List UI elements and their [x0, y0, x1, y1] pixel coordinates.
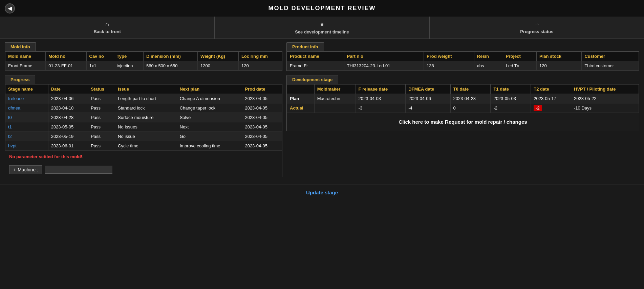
dfmea-header: DFMEA date	[406, 85, 450, 94]
mold-name-header: Mold name	[5, 52, 46, 61]
progress-cell-0-1: Pass	[88, 94, 115, 103]
progress-row-0: frelease2023-04-06PassLength part to sho…	[5, 94, 282, 103]
mold-info-table-wrap: Mold name Mold no Cav no Type Dimension …	[5, 51, 282, 71]
t2-header: T2 date	[531, 85, 571, 94]
dev-stage-table-wrap: Moldmaker F release date DFMEA date T0 d…	[286, 84, 639, 131]
t0-header: T0 date	[450, 85, 491, 94]
progress-stage-3[interactable]: t1	[5, 122, 48, 132]
page-header: ◀ MOLD DEVELOPMENT REVIEW	[0, 0, 644, 17]
machine-input[interactable]	[45, 166, 112, 174]
progress-cell-4-2: No issue	[115, 132, 177, 141]
mold-info-cell-5: 1200	[198, 61, 239, 71]
progress-row-5: hvpt2023-06-01PassCycle timeImprove cool…	[5, 141, 282, 151]
progress-stage-4[interactable]: t2	[5, 132, 48, 141]
mold-no-header: Mold no	[46, 52, 86, 61]
update-stage-button[interactable]: Update stage	[306, 190, 338, 195]
dev-actual-cell-3: -4	[406, 103, 450, 113]
progress-cell-0-4: 2023-04-05	[242, 94, 282, 103]
progress-stage-5[interactable]: hvpt	[5, 141, 48, 151]
mold-info-cell-2: 1x1	[86, 61, 114, 71]
machine-row: + Machine :	[5, 163, 282, 177]
nav-back-to-front[interactable]: ⌂ Back to front	[0, 17, 215, 39]
back-button[interactable]: ◀	[5, 3, 15, 14]
machine-add-button[interactable]: + Machine :	[9, 165, 42, 174]
row-type-header	[287, 85, 315, 94]
progress-cell-5-1: Pass	[88, 141, 115, 151]
dev-plan-cell-7: 2023-05-22	[571, 94, 639, 103]
next-plan-header: Next plan	[177, 85, 242, 94]
t1-header: T1 date	[491, 85, 531, 94]
progress-stage-1[interactable]: dfmea	[5, 103, 48, 113]
progress-cell-1-4: 2023-04-05	[242, 103, 282, 113]
product-info-table-wrap: Product name Part n o Prod weight Resin …	[286, 51, 639, 71]
progress-cell-4-3: Go	[177, 132, 242, 141]
dev-plan-cell-6: 2023-05-17	[531, 94, 571, 103]
f-release-header: F release date	[356, 85, 406, 94]
dev-stage-label: Development stage	[286, 75, 338, 84]
product-info-cell-0: Frame Fr	[287, 61, 344, 71]
issue-header: Issue	[115, 85, 177, 94]
plus-icon: +	[13, 167, 16, 172]
dev-plan-cell-4: 2023-04-28	[450, 94, 491, 103]
nav-bar: ⌂ Back to front ★ See development timeli…	[0, 17, 644, 39]
progress-cell-5-2: Cycle time	[115, 141, 177, 151]
progress-cell-2-0: 2023-04-28	[48, 113, 88, 122]
hvpt-header: HVPT / Piloting date	[571, 85, 639, 94]
status-header: Status	[88, 85, 115, 94]
progress-cell-1-2: Standard lock	[115, 103, 177, 113]
progress-cell-1-0: 2023-04-10	[48, 103, 88, 113]
progress-cell-0-2: Length part to short	[115, 94, 177, 103]
right-column: Product info Product name Part n o Prod …	[286, 42, 639, 180]
dev-actual-cell-2: -3	[356, 103, 406, 113]
project-header: Project	[503, 52, 536, 61]
weight-header: Weight (Kg)	[198, 52, 239, 61]
progress-cell-5-3: Improve cooling time	[177, 141, 242, 151]
progress-cell-5-4: 2023-04-05	[242, 141, 282, 151]
moldmaker-header: Moldmaker	[314, 85, 356, 94]
progress-stage-0[interactable]: frelease	[5, 94, 48, 103]
progress-row-2: t02023-04-28PassSurface mouistureSolve20…	[5, 113, 282, 122]
dev-plan-cell-1: Macrotechn	[314, 94, 356, 103]
dev-actual-cell-4: 0	[450, 103, 491, 113]
mold-info-cell-4: 560 x 500 x 650	[143, 61, 197, 71]
progress-cell-2-2: Surface mouisture	[115, 113, 177, 122]
progress-table-wrap: Stage name Date Status Issue Next plan P…	[5, 84, 282, 177]
progress-cell-3-1: Pass	[88, 122, 115, 132]
machine-label: Machine :	[18, 167, 38, 172]
plan-stock-header: Plan stock	[537, 52, 582, 61]
prod-weight-header: Prod weight	[424, 52, 474, 61]
dev-actual-cell-0: Actual	[287, 103, 315, 113]
left-column: Mold info Mold name Mold no Cav no Type …	[5, 42, 282, 180]
progress-row-3: t12023-05-05PassNo IssuesNext2023-04-05	[5, 122, 282, 132]
request-button[interactable]: Click here to make Request for mold repa…	[399, 119, 527, 125]
progress-row-4: t22023-05-19PassNo issueGo2023-04-05	[5, 132, 282, 141]
product-info-cell-3: abs	[474, 61, 503, 71]
dev-plan-cell-3: 2023-04-06	[406, 94, 450, 103]
progress-label: Progress	[5, 75, 35, 84]
progress-cell-1-3: Change taper lock	[177, 103, 242, 113]
home-icon: ⌂	[105, 21, 109, 28]
progress-cell-4-4: 2023-04-05	[242, 132, 282, 141]
product-info-cell-2: 138	[424, 61, 474, 71]
dev-plan-row: PlanMacrotechn2023-04-032023-04-062023-0…	[287, 94, 639, 103]
dev-stage-panel: Development stage Moldmaker F release da…	[286, 75, 639, 131]
nav-development-timeline[interactable]: ★ See development timeline	[215, 17, 429, 39]
date-header: Date	[48, 85, 88, 94]
progress-cell-4-0: 2023-05-19	[48, 132, 88, 141]
footer: Update stage	[0, 185, 644, 200]
progress-stage-2[interactable]: t0	[5, 113, 48, 122]
progress-cell-0-3: Change A dimension	[177, 94, 242, 103]
mold-info-cell-3: injection	[114, 61, 143, 71]
nav-progress-status[interactable]: → Progress status	[430, 17, 644, 39]
cav-no-header: Cav no	[86, 52, 114, 61]
progress-cell-5-0: 2023-06-01	[48, 141, 88, 151]
arrow-icon: →	[534, 21, 540, 28]
product-info-cell-5: 120	[537, 61, 582, 71]
dev-stage-table: Moldmaker F release date DFMEA date T0 d…	[287, 84, 639, 113]
main-layout: Mold info Mold name Mold no Cav no Type …	[0, 39, 644, 183]
mold-info-cell-6: 120	[238, 61, 282, 71]
product-info-cell-6: Third customer	[582, 61, 639, 71]
product-info-cell-4: Led Tv	[503, 61, 536, 71]
dev-actual-cell-5: -2	[491, 103, 531, 113]
star-icon: ★	[319, 21, 325, 28]
